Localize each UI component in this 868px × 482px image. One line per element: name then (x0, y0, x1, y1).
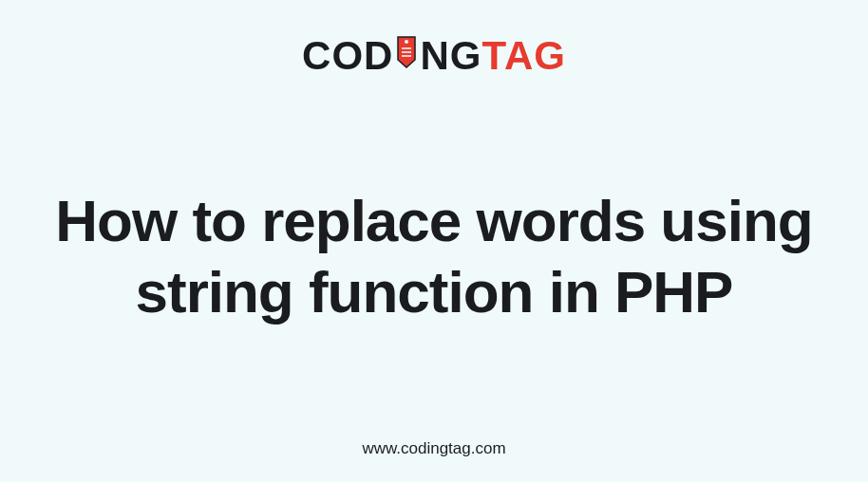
logo-part-cod: COD (302, 33, 393, 79)
logo-text: COD NG TAG (302, 33, 566, 79)
tag-icon (394, 33, 419, 79)
footer-url: www.codingtag.com (362, 439, 505, 458)
logo-part-ng: NG (420, 33, 481, 79)
page-title: How to replace words using string functi… (45, 186, 823, 327)
svg-point-0 (405, 40, 408, 44)
logo-part-tag: TAG (481, 33, 566, 79)
logo: COD NG TAG (302, 33, 566, 79)
